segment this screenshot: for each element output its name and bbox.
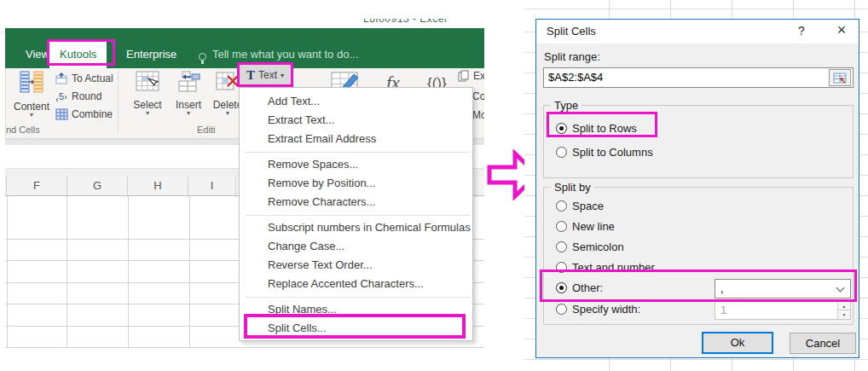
more-label: Mo: [472, 109, 484, 121]
radio-label: Split to Rows: [572, 122, 637, 135]
ok-button[interactable]: Ok: [702, 332, 773, 354]
range-picker-icon: [833, 72, 847, 84]
radio-label: Split to Columns: [572, 146, 653, 159]
exact-copy-label: Exa: [473, 70, 484, 82]
split-range-value: $A$2:$A$4: [548, 71, 603, 84]
menu-item-reverse-text-order[interactable]: Reverse Text Order...: [240, 256, 472, 275]
split-range-input[interactable]: $A$2:$A$4: [543, 67, 854, 88]
radio-new-line[interactable]: New line: [556, 217, 615, 235]
radio-icon: [556, 200, 567, 212]
close-icon[interactable]: ×: [830, 21, 853, 39]
screenshot-stage: L8I00913 - Excel View Kutools Enterprise…: [0, 0, 868, 371]
radio-icon: [556, 304, 567, 315]
radio-split-to-columns[interactable]: Split to Columns: [556, 143, 653, 160]
radio-label: Space: [572, 200, 604, 212]
menu-item-remove-by-position[interactable]: Remove by Position...: [240, 174, 472, 193]
radio-split-to-rows[interactable]: Split to Rows: [556, 119, 637, 136]
exact-copy-button[interactable]: Exa: [458, 70, 484, 82]
window-title-text: L8I00913 - Excel: [363, 19, 484, 25]
radio-semicolon[interactable]: Semicolon: [556, 238, 624, 255]
combine-label: Combine: [72, 108, 113, 120]
tab-kutools[interactable]: Kutools: [49, 40, 107, 68]
radio-space[interactable]: Space: [556, 197, 604, 214]
radio-icon: [556, 147, 567, 158]
type-group: Type Split to Rows Split to Columns: [543, 105, 854, 178]
menu-item-extract-text[interactable]: Extract Text...: [240, 111, 472, 130]
round-icon: 5: [55, 90, 68, 102]
group-label-editing: Editi: [197, 125, 215, 135]
insert-button[interactable]: Insert ▾: [170, 70, 207, 116]
text-T-icon: T: [246, 68, 255, 83]
select-button[interactable]: Select ▾: [129, 70, 166, 116]
radio-other[interactable]: Other:: [556, 279, 603, 296]
other-delimiter-combobox[interactable]: ,: [715, 279, 851, 299]
content-icon: [18, 70, 45, 96]
spinner-up-icon[interactable]: ▲: [838, 302, 850, 310]
menu-item-split-names[interactable]: Split Names...: [240, 300, 472, 319]
range-picker-button[interactable]: [829, 69, 851, 86]
column-header-i[interactable]: I: [188, 177, 236, 195]
column-header-g[interactable]: G: [67, 177, 128, 195]
menu-separator: [240, 148, 472, 155]
menu-item-subscript-numbers[interactable]: Subscript numbers in Chemical Formulas: [240, 218, 472, 237]
menu-item-change-case[interactable]: Change Case...: [240, 237, 472, 256]
type-group-label: Type: [551, 99, 582, 112]
delete-icon: [215, 70, 240, 94]
radio-specify-width[interactable]: Specify width:: [556, 300, 640, 317]
menu-item-replace-accented[interactable]: Replace Accented Characters...: [240, 275, 472, 293]
other-delimiter-value: ,: [720, 282, 724, 295]
radio-label: Other:: [572, 281, 603, 294]
text-dropdown-menu: Add Text... Extract Text... Extract Emai…: [239, 87, 473, 341]
spinner-control[interactable]: ▲ ▼: [837, 302, 850, 319]
split-range-label: Split range:: [544, 50, 600, 63]
dialog-titlebar[interactable]: Split Cells ? ×: [536, 20, 859, 43]
combine-icon: [55, 108, 68, 120]
to-actual-icon: [55, 72, 68, 84]
content-button[interactable]: Content ▾: [13, 70, 50, 118]
radio-label: New line: [572, 220, 615, 233]
menu-separator: [240, 212, 472, 218]
radio-icon: [556, 262, 567, 273]
tab-enterprise[interactable]: Enterprise: [116, 40, 187, 68]
excel-window: L8I00913 - Excel View Kutools Enterprise…: [5, 19, 484, 348]
radio-text-and-number[interactable]: Text and number: [556, 258, 655, 275]
column-header-f[interactable]: F: [7, 177, 67, 195]
column-header-h[interactable]: H: [128, 177, 188, 195]
menu-item-add-text[interactable]: Add Text...: [240, 92, 472, 111]
to-actual-label: To Actual: [72, 72, 113, 84]
round-label: Round: [72, 90, 101, 102]
more-button[interactable]: Mo: [472, 109, 484, 121]
chevron-down-icon: ▾: [281, 72, 284, 79]
help-button[interactable]: ?: [792, 24, 811, 38]
split-by-group: Split by Space New line Semicolon Text a…: [543, 187, 854, 325]
select-icon: [135, 70, 160, 94]
cancel-button[interactable]: Cancel: [790, 333, 856, 354]
radio-selected-icon: [556, 282, 567, 293]
menu-item-split-cells[interactable]: Split Cells...: [240, 319, 472, 338]
chevron-down-icon: ▾: [13, 113, 50, 118]
menu-item-remove-characters[interactable]: Remove Characters...: [240, 193, 472, 212]
specify-width-input[interactable]: 1 ▲ ▼: [715, 301, 851, 320]
copy-icon: [458, 70, 470, 82]
radio-label: Text and number: [572, 261, 655, 274]
specify-width-value: 1: [720, 304, 726, 316]
menu-item-remove-spaces[interactable]: Remove Spaces...: [240, 155, 472, 174]
radio-label: Specify width:: [572, 303, 640, 316]
menu-item-extract-email[interactable]: Extract Email Address: [240, 130, 472, 148]
chevron-down-icon: ▾: [129, 111, 166, 116]
radio-label: Semicolon: [572, 241, 624, 253]
combine-button[interactable]: Combine: [55, 108, 113, 120]
ribbon-divider: [118, 71, 119, 133]
dialog-title: Split Cells: [547, 25, 596, 38]
text-dropdown-button[interactable]: T Text ▾: [240, 65, 291, 85]
chevron-down-icon: [836, 284, 845, 293]
round-button[interactable]: 5 Round: [55, 90, 101, 102]
spinner-down-icon[interactable]: ▼: [838, 310, 850, 319]
split-cells-dialog: Split Cells ? × Split range: $A$2:$A$4 T…: [535, 19, 859, 358]
convert-button[interactable]: Cor: [472, 90, 484, 102]
to-actual-button[interactable]: To Actual: [55, 72, 113, 84]
text-button-label: Text: [258, 69, 277, 81]
ribbon-tab-bar: View Kutools Enterprise Tell me what you…: [5, 28, 484, 68]
radio-selected-icon: [556, 123, 567, 134]
lightbulb-icon: [199, 53, 206, 61]
